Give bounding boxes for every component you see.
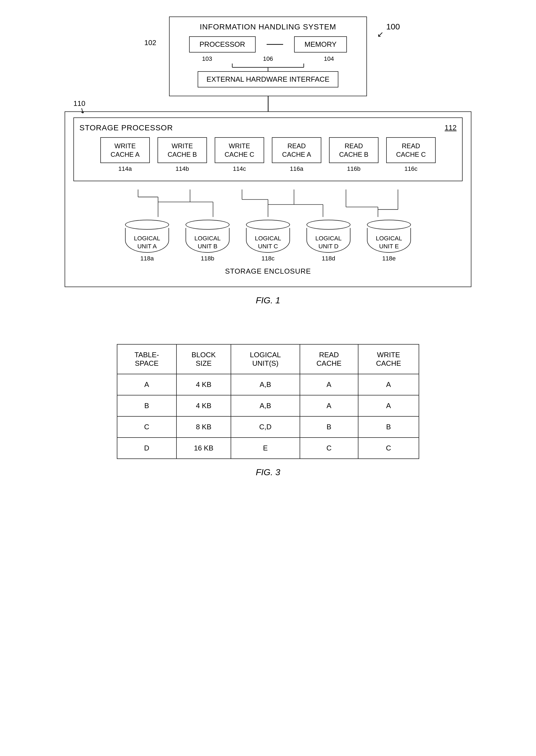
lu-a-item: LOGICALUNIT A [125, 220, 169, 253]
write-cache-a-box: WRITECACHE A [100, 137, 150, 163]
cache-label-116b: 116b [329, 165, 379, 172]
fig3-table: TABLE-SPACE BLOCK SIZE LOGICAL UNIT(S) R… [117, 344, 419, 459]
table-row: D 16 KB E C C [117, 437, 419, 459]
cell-wc-b: A [358, 395, 419, 416]
table-row: C 8 KB C,D B B [117, 416, 419, 437]
storage-processor-box: STORAGE PROCESSOR 112 WRITECACHE A WRITE… [73, 118, 463, 181]
label-100: 100 [386, 22, 400, 31]
cache-label-116c: 116c [386, 165, 436, 172]
lu-label-118a: 118a [125, 255, 169, 262]
lu-labels-row: 118a 118b 118c 118d 118e [73, 255, 463, 262]
lu-c-item: LOGICALUNIT C [246, 220, 290, 253]
ihs-components-row: PROCESSOR MEMORY [178, 36, 358, 52]
cell-bs-b: 4 KB [177, 395, 231, 416]
cell-ts-c: C [117, 416, 177, 437]
lu-label-118c: 118c [246, 255, 290, 262]
lu-e-item: LOGICALUNIT E [367, 220, 411, 253]
label-104: 104 [279, 55, 340, 62]
write-cache-b-box: WRITECACHE B [157, 137, 207, 163]
lu-label-118d: 118d [307, 255, 351, 262]
cache-label-116a: 116a [272, 165, 321, 172]
cell-lu-c: C,D [231, 416, 300, 437]
connector-lines-svg [73, 189, 463, 217]
ihs-to-storage-connector [268, 96, 269, 111]
page: 102 100 ↙ INFORMATION HANDLING SYSTEM PR… [0, 0, 536, 756]
proc-mem-connector [267, 36, 283, 52]
cache-labels-row: 114a 114b 114c 116a 116b 116c [80, 165, 456, 172]
label-106: 106 [257, 55, 279, 62]
lu-label-118b: 118b [185, 255, 229, 262]
storage-enclosure: 110 ↘ STORAGE PROCESSOR 112 WRITECACHE A… [65, 111, 471, 287]
cell-bs-c: 8 KB [177, 416, 231, 437]
lu-d-cylinder: LOGICALUNIT D [307, 220, 351, 253]
fig3-container: TABLE-SPACE BLOCK SIZE LOGICAL UNIT(S) R… [117, 344, 419, 477]
fig1-caption: FIG. 1 [62, 295, 474, 305]
col-header-logical-units: LOGICAL UNIT(S) [231, 344, 300, 374]
col-header-blocksize: BLOCK SIZE [177, 344, 231, 374]
table-row: B 4 KB A,B A A [117, 395, 419, 416]
memory-box: MEMORY [294, 36, 347, 52]
cell-rc-d: C [300, 437, 358, 459]
cache-label-114b: 114b [157, 165, 207, 172]
fig3-caption: FIG. 3 [117, 467, 419, 477]
lu-a-text: LOGICALUNIT A [134, 235, 160, 251]
col-header-read-cache: READ CACHE [300, 344, 358, 374]
cell-bs-d: 16 KB [177, 437, 231, 459]
cell-lu-b: A,B [231, 395, 300, 416]
sp-label: 112 [445, 123, 456, 132]
label-103: 103 [196, 55, 257, 62]
arrow-100-icon: ↙ [377, 30, 384, 39]
fig3-thead: TABLE-SPACE BLOCK SIZE LOGICAL UNIT(S) R… [117, 344, 419, 374]
ehw-box: EXTERNAL HARDWARE INTERFACE [198, 71, 338, 87]
ihs-title: INFORMATION HANDLING SYSTEM [178, 22, 358, 31]
cache-label-114a: 114a [100, 165, 150, 172]
storage-enclosure-label: STORAGE ENCLOSURE [73, 267, 463, 276]
cell-lu-a: A,B [231, 374, 300, 395]
cell-bs-a: 4 KB [177, 374, 231, 395]
ihs-box: INFORMATION HANDLING SYSTEM PROCESSOR ME… [169, 17, 367, 96]
lu-d-text: LOGICALUNIT D [315, 235, 341, 251]
fig1-diagram: 102 100 ↙ INFORMATION HANDLING SYSTEM PR… [62, 17, 474, 305]
ihs-vert-connectors [178, 63, 358, 71]
col-header-write-cache: WRITE CACHE [358, 344, 419, 374]
lu-e-cylinder: LOGICALUNIT E [367, 220, 411, 253]
lu-e-text: LOGICALUNIT E [376, 235, 402, 251]
lu-b-cylinder: LOGICALUNIT B [185, 220, 229, 253]
read-cache-b-box: READCACHE B [329, 137, 379, 163]
col-header-tablespace: TABLE-SPACE [117, 344, 177, 374]
cell-rc-a: A [300, 374, 358, 395]
logical-units-row: LOGICALUNIT A LOGICALUNIT B [73, 220, 463, 253]
sp-title: STORAGE PROCESSOR [80, 123, 173, 132]
lu-b-text: LOGICALUNIT B [194, 235, 220, 251]
lu-c-cylinder: LOGICALUNIT C [246, 220, 290, 253]
cell-ts-a: A [117, 374, 177, 395]
cell-wc-a: A [358, 374, 419, 395]
cell-lu-d: E [231, 437, 300, 459]
cache-boxes-row: WRITECACHE A WRITECACHE B WRITECACHE C R… [80, 137, 456, 163]
cell-wc-c: B [358, 416, 419, 437]
fig3-tbody: A 4 KB A,B A A B 4 KB A,B A A C 8 KB C,D [117, 374, 419, 459]
label-102: 102 [144, 39, 156, 47]
cell-ts-d: D [117, 437, 177, 459]
lu-b-item: LOGICALUNIT B [185, 220, 229, 253]
ehw-row: EXTERNAL HARDWARE INTERFACE [178, 71, 358, 87]
lu-label-118e: 118e [367, 255, 411, 262]
table-row: A 4 KB A,B A A [117, 374, 419, 395]
cell-wc-d: C [358, 437, 419, 459]
fig3-header-row: TABLE-SPACE BLOCK SIZE LOGICAL UNIT(S) R… [117, 344, 419, 374]
sp-title-row: STORAGE PROCESSOR 112 [80, 123, 456, 132]
cell-rc-b: A [300, 395, 358, 416]
cell-rc-c: B [300, 416, 358, 437]
read-cache-c-box: READCACHE C [386, 137, 436, 163]
lu-a-cylinder: LOGICALUNIT A [125, 220, 169, 253]
cache-label-114c: 114c [215, 165, 264, 172]
cell-ts-b: B [117, 395, 177, 416]
lu-c-text: LOGICALUNIT C [255, 235, 281, 251]
write-cache-c-box: WRITECACHE C [215, 137, 264, 163]
ihs-labels: 103 106 104 [178, 55, 358, 62]
lu-d-item: LOGICALUNIT D [307, 220, 351, 253]
read-cache-a-box: READCACHE A [272, 137, 321, 163]
processor-box: PROCESSOR [189, 36, 256, 52]
